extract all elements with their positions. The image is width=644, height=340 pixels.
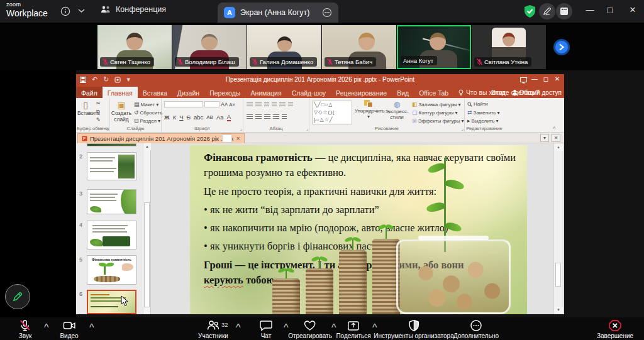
paste-button[interactable]: ▯ Вставить <box>77 100 94 116</box>
bold-button[interactable]: Ж <box>164 114 170 121</box>
font-size-box[interactable] <box>204 101 219 107</box>
dialog-launcher-icon[interactable]: ⌟ <box>306 126 308 131</box>
new-tab-button[interactable] <box>222 134 232 143</box>
grow-font-button[interactable]: A˄ <box>221 101 228 107</box>
tab-review[interactable]: Рецензирование <box>331 87 392 98</box>
format-painter-button[interactable]: ✎ <box>96 117 101 123</box>
scroll-up-icon[interactable]: ▲ <box>143 143 151 150</box>
collapse-ribbon-icon[interactable]: ˄ <box>553 125 556 131</box>
strikethrough-button[interactable]: S <box>187 114 191 121</box>
increase-indent-button[interactable] <box>272 102 277 107</box>
chat-button[interactable]: Чат <box>260 319 273 339</box>
shape-fill-button[interactable]: ◧Заливка фигуры▾ <box>412 101 461 107</box>
security-shield-icon[interactable] <box>523 4 536 18</box>
participants-options-chevron[interactable]: ^ <box>236 322 241 334</box>
reset-button[interactable]: ↺Сбросить <box>134 109 162 116</box>
ppt-minimize-button[interactable]: — <box>529 75 540 82</box>
close-tab-icon[interactable]: ✕ <box>236 136 240 141</box>
shapes-gallery[interactable]: ╲╱□○△ ▽◇☆(){ }○△☆╱ <box>312 101 352 124</box>
video-button[interactable]: Видео <box>60 319 78 339</box>
shape-outline-button[interactable]: ▢Контур фигуры▾ <box>412 109 457 116</box>
next-participants-button[interactable] <box>553 39 570 55</box>
slide-thumbnail-5[interactable]: Фінансова грамотність <box>87 255 136 285</box>
scroll-down-icon[interactable]: ▼ <box>554 307 563 314</box>
annotate-pen-icon[interactable] <box>539 3 555 19</box>
quick-styles-button[interactable]: ◍ Экспресс-стили <box>384 100 410 120</box>
copy-button[interactable]: ⧉ <box>96 109 100 115</box>
slide-thumbnail-3[interactable] <box>87 189 136 214</box>
layout-button[interactable]: ▤Макет▾ <box>134 101 158 107</box>
tab-slideshow[interactable]: Слайд-шоу <box>287 87 331 98</box>
shape-effects-button[interactable]: ◎Эффекты фигуры▾ <box>412 118 464 124</box>
tab-file[interactable]: Файл <box>76 87 103 98</box>
sign-in-link[interactable]: Вход <box>491 89 506 96</box>
minimize-button[interactable]: — <box>584 5 596 14</box>
ppt-display-settings-icon[interactable] <box>518 75 529 84</box>
end-meeting-button[interactable]: Завершение <box>597 319 633 339</box>
select-button[interactable]: ▸Выделить▾ <box>467 118 498 124</box>
slide-thumbnail-2[interactable] <box>87 152 136 180</box>
cut-button[interactable]: ✂ <box>96 101 101 106</box>
underline-button[interactable]: Ч <box>179 114 183 121</box>
tab-list-icon[interactable]: ▾ <box>540 134 549 142</box>
char-spacing-button[interactable]: АВ <box>206 114 213 120</box>
share-button[interactable]: Общий доступ <box>512 89 562 96</box>
dialog-launcher-icon[interactable]: ⌟ <box>240 126 242 131</box>
tab-transitions[interactable]: Переходы <box>204 87 245 98</box>
shrink-font-button[interactable]: A˅ <box>229 102 235 107</box>
scroll-up-icon[interactable]: ▲ <box>554 144 563 151</box>
scrollbar-thumb[interactable] <box>555 263 561 287</box>
restore-button[interactable]: ◻ <box>604 5 616 14</box>
line-spacing-button[interactable] <box>279 102 286 107</box>
numbering-button[interactable] <box>255 102 262 107</box>
slide-thumbnail-4[interactable] <box>87 221 136 250</box>
share-screen-button[interactable]: Поделиться <box>336 319 370 339</box>
host-tools-button[interactable]: Инструменты организатора <box>374 319 453 339</box>
text-shadow-button[interactable]: abc <box>194 114 203 121</box>
scrollbar-thumb[interactable] <box>144 202 150 307</box>
italic-button[interactable]: К <box>173 114 177 121</box>
align-center-button[interactable] <box>255 114 262 119</box>
tab-conference[interactable]: Конференция <box>101 5 166 14</box>
tab-screen-share[interactable]: A Экран (Анна Когут) <box>218 3 338 23</box>
tab-animations[interactable]: Анимация <box>245 87 286 98</box>
replace-button[interactable]: ⇄Заменить▾ <box>467 109 500 116</box>
participant-tile[interactable]: Тетяна Бабич <box>322 25 396 69</box>
participant-tile[interactable]: Володимир Білаш <box>172 25 247 69</box>
font-name-box[interactable] <box>164 101 203 107</box>
tab-options-icon[interactable] <box>322 8 332 18</box>
decrease-indent-button[interactable] <box>264 102 269 107</box>
change-case-button[interactable]: Аа <box>216 114 224 121</box>
annotation-pencil-button[interactable] <box>5 284 30 309</box>
thumbnail-scrollbar[interactable]: ▲ <box>143 143 150 314</box>
new-slide-button[interactable]: ▣ Создать слайд <box>111 100 132 123</box>
dialog-launcher-icon[interactable]: ⌟ <box>462 126 464 131</box>
justify-button[interactable] <box>273 114 279 119</box>
participant-tile[interactable]: Галина Домашенко <box>247 25 321 69</box>
align-left-button[interactable] <box>247 114 253 119</box>
tab-actions-icon[interactable]: ✕ <box>552 134 560 142</box>
participant-tile[interactable]: Світлана Уткіна <box>472 25 546 69</box>
react-button[interactable]: Отреагировать <box>288 319 332 339</box>
react-options-chevron[interactable]: ^ <box>331 322 336 334</box>
text-direction-button[interactable] <box>288 102 293 107</box>
tab-home[interactable]: Главная <box>103 87 138 98</box>
participant-tile[interactable]: Євген Тіщенко <box>97 25 172 69</box>
slide-thumbnail-6-selected[interactable] <box>87 290 136 314</box>
document-tab[interactable]: P Презентація дисциплін 201 Агрономія 20… <box>77 133 245 143</box>
info-icon[interactable] <box>60 6 70 16</box>
section-button[interactable]: ⊟Раздел▾ <box>134 118 160 124</box>
font-color-button[interactable]: А <box>227 113 231 121</box>
columns-button[interactable] <box>282 114 287 119</box>
more-button[interactable]: Дополнительно <box>453 319 499 339</box>
ppt-close-button[interactable]: ✕ <box>552 75 563 82</box>
ppt-restore-button[interactable]: ◻ <box>540 75 552 82</box>
apps-icon[interactable] <box>556 3 572 19</box>
tab-office-tab[interactable]: Office Tab <box>414 87 453 98</box>
align-right-button[interactable] <box>264 114 270 119</box>
audio-button[interactable]: Звук <box>19 319 32 339</box>
close-button[interactable]: ✕ <box>626 5 639 14</box>
tab-insert[interactable]: Вставка <box>138 87 172 98</box>
tab-view[interactable]: Вид <box>392 87 414 98</box>
chevron-down-icon[interactable] <box>78 8 85 13</box>
